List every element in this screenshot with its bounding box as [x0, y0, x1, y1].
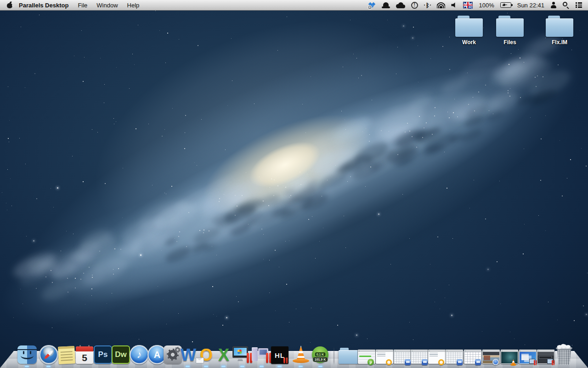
app-menu-title[interactable]: Parallels Desktop [13, 0, 73, 10]
minimized-window-video[interactable] [501, 350, 518, 364]
dropbox-sync-paused-icon[interactable] [368, 2, 376, 9]
folder-icon [496, 16, 524, 37]
volume-icon[interactable] [451, 2, 457, 8]
outlook-badge-icon [386, 359, 392, 365]
running-indicator [299, 366, 303, 367]
running-indicator [318, 366, 322, 367]
desktop-folder-flxim[interactable]: Flx.IM [542, 16, 577, 46]
running-indicator [221, 366, 226, 367]
outlook-badge-icon [438, 359, 444, 365]
dock-outlook-icon[interactable]: O [197, 345, 215, 364]
dock-word-icon[interactable]: W [179, 345, 198, 364]
minimized-window-calendar[interactable] [464, 350, 481, 364]
running-indicator [46, 366, 51, 367]
battery-percent: 100% [479, 2, 494, 9]
running-indicator [25, 366, 29, 367]
running-indicator [186, 366, 190, 367]
trash-paper [557, 344, 571, 349]
menu-file[interactable]: File [73, 0, 92, 10]
minimized-window-spreadsheet[interactable] [411, 350, 428, 364]
folder-label: Work [452, 39, 486, 46]
desktop-screen: Parallels Desktop File Window Help ! ᛒ P… [0, 0, 588, 368]
desktop-folder-files[interactable]: Files [492, 16, 527, 46]
input-source-label: PC [468, 6, 473, 9]
dock-parallels-windows7-vm-icon[interactable] [232, 345, 253, 364]
menu-bar-clock[interactable]: Sun 22:41 [517, 2, 544, 9]
envelope-icon [196, 357, 204, 363]
dock-itunes-icon[interactable]: ♪ [130, 345, 149, 364]
calendar-day: 5 [76, 351, 93, 364]
apple-menu-icon[interactable] [6, 1, 13, 9]
sync-alert-icon[interactable]: ! [411, 2, 418, 9]
minimized-window-spreadsheet[interactable] [446, 350, 463, 364]
blue-app-badge-icon [405, 359, 411, 365]
dock-vlc-icon[interactable] [291, 345, 311, 364]
running-indicator [204, 366, 208, 367]
dock-utorrent-icon[interactable]: µ 0.1 K 101.9 K [311, 345, 329, 364]
battery-charged-icon[interactable] [500, 2, 511, 8]
dock-stickies-icon[interactable] [58, 346, 75, 364]
utorrent-download-badge: 101.9 K [313, 357, 328, 362]
menu-window[interactable]: Window [92, 0, 122, 10]
dock-finder-icon[interactable] [17, 345, 37, 364]
menu-help[interactable]: Help [123, 0, 144, 10]
folder-icon [546, 16, 573, 37]
dock-photoshop-icon[interactable]: Ps [94, 345, 112, 364]
minimized-window-mail[interactable] [428, 350, 446, 364]
wifi-icon[interactable] [437, 2, 445, 8]
blue-app-badge-icon [475, 359, 481, 365]
folder-label: Files [492, 39, 527, 46]
utorrent-upload-badge: 0.1 K [315, 352, 326, 357]
user-switch-icon[interactable] [550, 2, 557, 8]
parallels-bars-icon [283, 357, 288, 363]
input-source-flag-gb-icon[interactable]: PC [463, 2, 473, 8]
folder-label: Flx.IM [542, 39, 577, 46]
dock: 5 Ps Dw ♪ A W O X [0, 340, 588, 368]
menu-bar: Parallels Desktop File Window Help ! ᛒ P… [0, 0, 588, 11]
parallels-badge-icon [547, 359, 554, 365]
desktop-folder-work[interactable]: Work [452, 16, 486, 46]
dock-calendar-icon[interactable]: 5 [76, 346, 93, 364]
hat-icon[interactable] [382, 2, 390, 8]
folder-icon [455, 16, 483, 37]
minimized-window-spreadsheet[interactable] [394, 350, 411, 364]
bluetooth-icon[interactable]: ᛒ [424, 2, 431, 8]
blue-app-badge-icon [422, 359, 428, 365]
dock-parallels-pc-vm-icon[interactable] [252, 345, 272, 364]
running-indicator [260, 366, 264, 367]
blue-app-badge-icon [457, 359, 463, 365]
running-indicator [240, 366, 244, 367]
minimized-window-torrent[interactable]: µ [358, 350, 375, 364]
minimized-window-web[interactable] [482, 350, 500, 364]
notification-center-icon[interactable] [576, 2, 582, 8]
cloud-icon[interactable] [396, 2, 405, 8]
vlc-badge-icon [510, 359, 516, 366]
dock-dreamweaver-icon[interactable]: Dw [112, 345, 130, 364]
utorrent-badge-icon: µ [368, 359, 374, 365]
dock-folder-icon[interactable] [339, 348, 359, 364]
minimized-window-mail[interactable] [376, 350, 393, 364]
dock-separator [334, 347, 334, 365]
parallels-badge-icon [529, 359, 537, 365]
dock-parallels-hl-vm-icon[interactable]: HL [271, 346, 288, 364]
dock-safari-icon[interactable] [39, 345, 58, 364]
blue-round-badge-icon [492, 359, 499, 365]
minimized-window-windows-desktop[interactable] [519, 350, 537, 364]
minimized-window-dark[interactable] [537, 350, 554, 364]
dock-trash-full-icon[interactable] [554, 344, 575, 365]
running-indicator [277, 366, 282, 367]
spotlight-search-icon[interactable] [563, 2, 570, 9]
dock-excel-icon[interactable]: X [215, 345, 233, 364]
